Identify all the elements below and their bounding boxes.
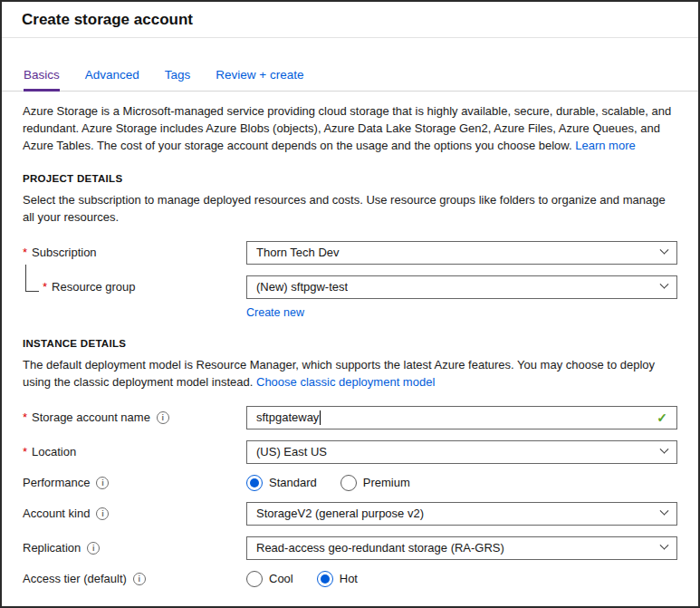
chevron-down-icon (660, 541, 669, 550)
tab-review-create[interactable]: Review + create (216, 68, 303, 91)
dialog-header: Create storage account (2, 2, 698, 38)
subscription-label: * Subscription (23, 246, 246, 259)
info-icon[interactable]: i (133, 573, 146, 585)
location-label-text: Location (32, 445, 76, 458)
field-performance: Performance i Standard Premium (2, 475, 698, 491)
radio-performance-premium[interactable]: Premium (340, 475, 410, 491)
access-tier-radio-group: Cool Hot (246, 571, 677, 587)
intro-description: Azure Storage is a Microsoft-managed ser… (23, 104, 671, 152)
field-subscription: * Subscription Thorn Tech Dev (2, 241, 698, 265)
field-location: * Location (US) East US (2, 440, 698, 464)
chevron-down-icon (660, 246, 669, 255)
chevron-down-icon (660, 507, 669, 516)
resource-group-label: * Resource group (23, 280, 246, 294)
instance-details-heading: INSTANCE DETAILS (2, 338, 698, 349)
location-value: (US) East US (256, 445, 327, 458)
performance-radio-group: Standard Premium (246, 475, 677, 491)
intro-text: Azure Storage is a Microsoft-managed ser… (2, 103, 698, 155)
radio-label: Cool (269, 572, 293, 585)
subscription-select[interactable]: Thorn Tech Dev (246, 241, 677, 265)
info-icon[interactable]: i (157, 411, 169, 424)
access-tier-label-text: Access tier (default) (23, 572, 127, 585)
project-details-description: Select the subscription to manage deploy… (2, 192, 698, 227)
radio-label: Premium (363, 476, 410, 489)
account-kind-value: StorageV2 (general purpose v2) (256, 507, 424, 520)
storage-account-name-value: sftpgateway (256, 410, 319, 424)
location-select[interactable]: (US) East US (246, 440, 677, 464)
performance-label: Performance i (23, 476, 246, 489)
required-marker: * (23, 246, 27, 259)
field-storage-account-name: * Storage account name i sftpgateway ✓ (2, 406, 698, 429)
tab-basics[interactable]: Basics (24, 68, 60, 92)
create-storage-account-dialog: Create storage account Basics Advanced T… (0, 0, 700, 608)
resource-group-value: (New) sftpgw-test (256, 280, 348, 294)
radio-performance-standard[interactable]: Standard (246, 475, 317, 491)
radio-selected-icon (317, 571, 333, 587)
storage-account-name-label: * Storage account name i (23, 410, 246, 424)
storage-account-name-label-text: Storage account name (32, 410, 150, 424)
account-kind-label: Account kind i (23, 507, 246, 520)
required-marker: * (23, 410, 27, 424)
radio-unselected-icon (340, 475, 357, 491)
tab-advanced[interactable]: Advanced (85, 68, 139, 91)
account-kind-label-text: Account kind (23, 507, 90, 520)
radio-access-tier-cool[interactable]: Cool (246, 571, 293, 587)
tab-bar: Basics Advanced Tags Review + create (2, 68, 698, 92)
classic-deployment-link[interactable]: Choose classic deployment model (256, 375, 435, 389)
radio-label: Hot (340, 572, 358, 585)
field-resource-group: * Resource group (New) sftpgw-test (2, 275, 698, 299)
radio-selected-icon (246, 475, 263, 491)
subscription-label-text: Subscription (32, 246, 97, 259)
chevron-down-icon (660, 280, 669, 289)
performance-label-text: Performance (23, 476, 90, 489)
resource-group-label-text: Resource group (52, 280, 136, 294)
radio-unselected-icon (246, 571, 263, 587)
replication-select[interactable]: Read-access geo-redundant storage (RA-GR… (246, 536, 677, 560)
account-kind-select[interactable]: StorageV2 (general purpose v2) (246, 502, 677, 526)
required-marker: * (43, 280, 47, 294)
replication-value: Read-access geo-redundant storage (RA-GR… (256, 541, 504, 555)
access-tier-label: Access tier (default) i (23, 572, 246, 585)
field-account-kind: Account kind i StorageV2 (general purpos… (2, 502, 698, 526)
text-cursor (320, 410, 321, 425)
radio-label: Standard (269, 476, 317, 489)
chevron-down-icon (660, 445, 669, 454)
project-details-heading: PROJECT DETAILS (2, 173, 698, 184)
resource-group-select[interactable]: (New) sftpgw-test (246, 275, 677, 299)
create-new-link[interactable]: Create new (246, 306, 304, 319)
subscription-value: Thorn Tech Dev (256, 246, 340, 259)
replication-label: Replication i (23, 541, 246, 555)
tree-connector-line (25, 265, 39, 292)
info-icon[interactable]: i (87, 542, 100, 555)
valid-checkmark-icon: ✓ (657, 411, 667, 424)
storage-account-name-input[interactable]: sftpgateway ✓ (246, 406, 677, 429)
create-new-row: Create new (2, 304, 698, 320)
field-access-tier: Access tier (default) i Cool Hot (2, 571, 698, 587)
info-icon[interactable]: i (96, 507, 109, 520)
required-marker: * (23, 445, 27, 458)
instance-details-description: The default deployment model is Resource… (2, 357, 698, 391)
field-replication: Replication i Read-access geo-redundant … (2, 536, 698, 560)
radio-access-tier-hot[interactable]: Hot (317, 571, 358, 587)
page-title: Create storage account (22, 11, 678, 29)
location-label: * Location (23, 445, 246, 458)
replication-label-text: Replication (23, 541, 81, 555)
info-icon[interactable]: i (96, 477, 109, 489)
learn-more-link[interactable]: Learn more (575, 139, 635, 152)
tab-tags[interactable]: Tags (165, 68, 191, 91)
